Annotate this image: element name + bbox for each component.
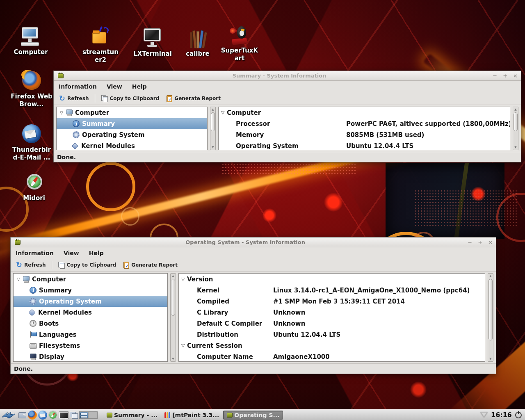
menu-help[interactable]: Help [132,83,147,90]
tree-item-boots[interactable]: Boots [14,318,167,329]
minimize-button[interactable]: − [493,73,497,79]
midori-launcher-icon[interactable] [48,411,57,420]
close-button[interactable]: × [488,239,493,245]
tree-item-computer[interactable]: ▽ Computer [14,274,167,285]
desktop-icon-label: SuperTuxKart [221,47,258,62]
network-status-icon[interactable] [480,412,488,418]
taskbar-button-mtpaint[interactable]: [mtPaint 3.3... [162,411,222,420]
menu-information[interactable]: Information [59,83,97,90]
desktop-icon-calibre[interactable]: calibre [176,28,219,58]
scroll-up-icon[interactable]: ▲ [489,274,491,278]
tree-item-kernel-modules[interactable]: Kernel Modules [14,307,167,318]
expander-icon[interactable]: ▽ [181,276,187,282]
os-window[interactable]: Operating System - System Information − … [10,237,496,374]
close-button[interactable]: × [513,73,518,79]
copy-to-clipboard-button[interactable]: Copy to Clipboard [55,260,119,269]
summary-details-scrollbar[interactable]: ▲▼ [513,107,518,150]
scroll-down-icon[interactable]: ▼ [172,356,174,361]
scroll-thumb[interactable] [514,112,518,131]
expander-icon[interactable]: ▽ [59,110,64,115]
scroll-thumb[interactable] [211,112,215,131]
details-row-distribution[interactable]: Distribution Ubuntu 12.04.4 LTS [179,329,485,340]
summary-window[interactable]: Summary - System Information − + × Infor… [53,71,521,162]
pager-desktop-1[interactable] [80,412,88,418]
thunderbird-launcher-icon[interactable] [38,411,47,420]
details-row-processor[interactable]: Processor PowerPC PA6T, altivec supporte… [219,118,510,129]
power-button-icon[interactable] [515,412,522,418]
scroll-down-icon[interactable]: ▼ [514,145,516,150]
taskbar-button-summary[interactable]: Summary - ... [103,411,160,420]
details-section-current-session[interactable]: ▽ Current Session [179,340,485,351]
iconify-windows-icon[interactable] [69,411,78,420]
os-titlebar[interactable]: Operating System - System Information − … [11,237,496,247]
taskbar-button-operating-system[interactable]: Operating S... [223,411,283,420]
lubuntu-logo-icon [2,411,16,420]
details-row-memory[interactable]: Memory 8085MB (531MB used) [219,129,510,140]
expander-icon[interactable]: ▽ [181,343,187,348]
report-icon [123,262,129,269]
menu-information[interactable]: Information [16,250,54,256]
details-row-computer-name[interactable]: Computer Name AmigaoneX1000 [179,351,485,362]
copy-icon [101,95,107,102]
details-row-compiled[interactable]: Compiled #1 SMP Mon Feb 3 15:39:11 CET 2… [179,296,485,307]
tree-item-operating-system[interactable]: Operating System [14,296,167,307]
refresh-button[interactable]: ↻Refresh [56,94,91,103]
firefox-launcher-icon[interactable] [28,411,37,420]
desktop-icon-streamtuner2[interactable]: streamtuner2 [79,26,122,64]
scroll-thumb[interactable] [171,279,175,316]
desktop-icon-midori[interactable]: Midori [13,172,55,202]
expander-icon[interactable]: ▽ [221,110,227,115]
tree-item-summary[interactable]: Summary [57,118,207,129]
maximize-button[interactable]: + [503,73,507,79]
scroll-up-icon[interactable]: ▲ [212,107,214,112]
tree-item-languages[interactable]: Languages [14,329,167,340]
desktop-icon-supertuxkart[interactable]: SuperTuxKart [218,25,261,62]
copy-to-clipboard-button[interactable]: Copy to Clipboard [98,94,162,103]
desktop-icon-firefox[interactable]: Firefox Web Brow... [10,71,53,108]
details-row-kernel[interactable]: Kernel Linux 3.14.0-rc1_A-EON_AmigaOne_X… [179,285,485,296]
scroll-thumb[interactable] [488,279,493,340]
tree-item-filesystems[interactable]: Filesystems [14,340,167,351]
os-tree-scrollbar[interactable]: ▲▼ [170,273,176,362]
details-section-computer[interactable]: ▽ Computer [219,107,510,118]
summary-titlebar[interactable]: Summary - System Information − + × [54,71,521,81]
tree-item-summary[interactable]: Summary [14,285,167,296]
pager-desktop-2[interactable] [89,412,97,418]
os-menubar: Information View Help [11,247,496,259]
info-icon [73,120,80,127]
scroll-down-icon[interactable]: ▼ [212,145,214,150]
desktop-icon-thunderbird[interactable]: Thunderbird-E-Mail ... [10,124,53,162]
file-manager-icon[interactable] [18,411,27,420]
computer-tree-icon [23,276,30,283]
scroll-up-icon[interactable]: ▲ [514,107,516,112]
details-row-c-library[interactable]: C Library Unknown [179,307,485,318]
taskbar-clock[interactable]: 16:16 [491,411,512,419]
maximize-button[interactable]: + [478,239,482,245]
desktop-icon-computer[interactable]: Computer [9,26,52,56]
start-menu-button[interactable] [2,411,16,420]
tree-item-computer[interactable]: ▽ Computer [57,107,207,118]
screen-settings-icon[interactable] [59,411,68,420]
scroll-up-icon[interactable]: ▲ [172,274,174,278]
tree-item-operating-system[interactable]: Operating System [57,129,207,140]
details-section-version[interactable]: ▽ Version [179,274,485,285]
details-row-operating-system[interactable]: Operating System Ubuntu 12.04.4 LTS [219,140,510,150]
tree-item-kernel-modules[interactable]: Kernel Modules [57,140,207,150]
gear-icon [30,298,37,305]
os-details-scrollbar[interactable]: ▲▼ [488,273,493,362]
desktop-pager[interactable] [79,411,98,419]
details-row-default-c-compiler[interactable]: Default C Compiler Unknown [179,318,485,329]
minimize-button[interactable]: − [468,239,472,245]
power-icon [30,320,37,327]
menu-help[interactable]: Help [89,250,104,256]
expander-icon[interactable]: ▽ [16,276,21,282]
summary-tree-scrollbar[interactable]: ▲▼ [210,107,216,150]
generate-report-button[interactable]: Generate Report [121,260,180,270]
menu-view[interactable]: View [64,250,79,256]
tree-item-display[interactable]: Display [14,351,167,362]
scroll-down-icon[interactable]: ▼ [489,356,491,361]
desktop-icon-lxterminal[interactable]: LXTerminal [131,28,174,58]
generate-report-button[interactable]: Generate Report [164,94,224,103]
refresh-button[interactable]: ↻Refresh [13,261,48,269]
menu-view[interactable]: View [107,83,122,90]
